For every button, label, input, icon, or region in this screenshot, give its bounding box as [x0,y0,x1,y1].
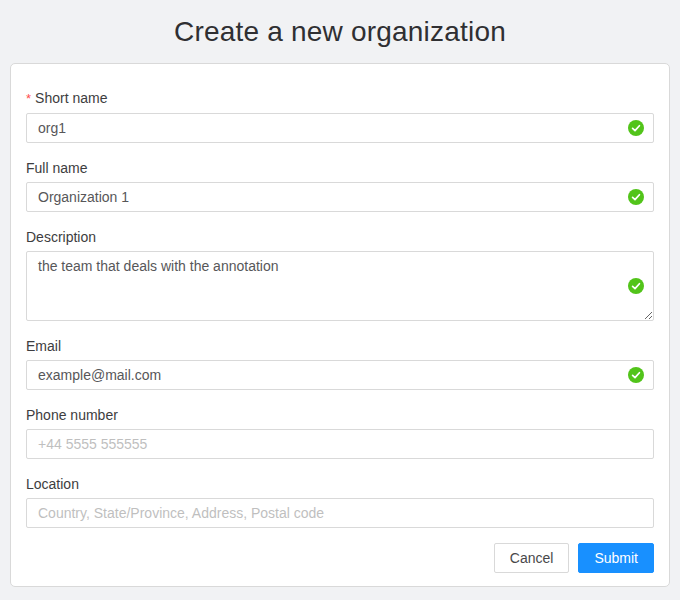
phone-number-label: Phone number [26,405,654,425]
email-input-wrap [26,360,654,390]
description-label: Description [26,227,654,247]
page-header: Create a new organization [0,0,680,63]
email-input[interactable] [26,360,654,390]
description-input-wrap: the team that deals with the annotation [26,251,654,321]
create-organization-form: *Short name Full name Descript [10,63,670,587]
short-name-input[interactable] [26,113,654,143]
field-full-name: Full name [26,158,654,212]
phone-number-input[interactable] [26,429,654,459]
submit-button[interactable]: Submit [578,543,654,573]
location-input-wrap [26,498,654,528]
form-actions: Cancel Submit [26,543,654,573]
field-short-name: *Short name [26,88,654,143]
short-name-label: *Short name [26,88,654,109]
full-name-input[interactable] [26,182,654,212]
field-email: Email [26,336,654,390]
required-asterisk: * [26,91,31,106]
field-location: Location [26,474,654,528]
field-description: Description the team that deals with the… [26,227,654,321]
short-name-label-text: Short name [35,90,107,106]
short-name-input-wrap [26,113,654,143]
location-label: Location [26,474,654,494]
cancel-button[interactable]: Cancel [494,543,570,573]
page-title: Create a new organization [174,16,506,48]
field-phone-number: Phone number [26,405,654,459]
description-textarea[interactable]: the team that deals with the annotation [26,251,654,321]
phone-number-input-wrap [26,429,654,459]
full-name-label: Full name [26,158,654,178]
full-name-input-wrap [26,182,654,212]
email-label: Email [26,336,654,356]
location-input[interactable] [26,498,654,528]
